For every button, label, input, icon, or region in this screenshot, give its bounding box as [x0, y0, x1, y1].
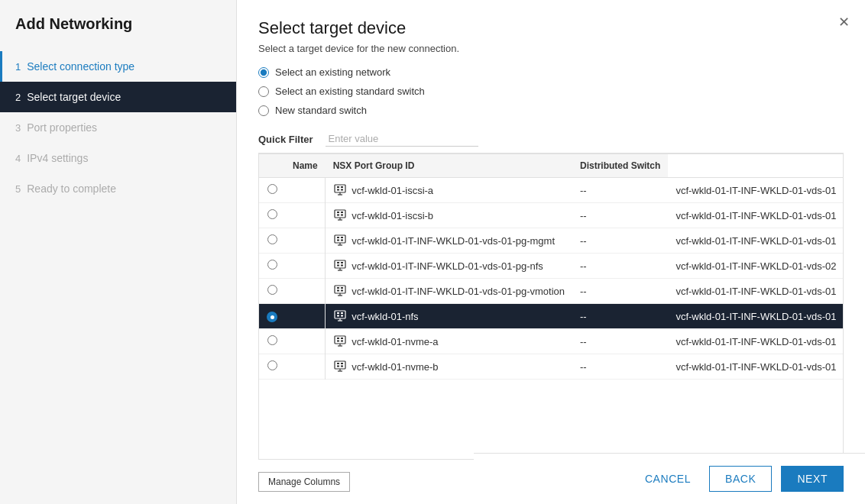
network-icon: [333, 360, 347, 373]
svg-rect-4: [341, 189, 343, 191]
sidebar-item-step3: 3 Port properties: [0, 112, 236, 143]
table-row[interactable]: vcf-wkld-01-iscsi-a--vcf-wkld-01-IT-INF-…: [259, 178, 844, 203]
svg-rect-46: [341, 341, 343, 342]
cell-distributed-switch: vcf-wkld-01-IT-INF-WKLD-01-vds-01: [668, 279, 844, 304]
page-subtitle: Select a target device for the new conne…: [258, 43, 844, 54]
radio-new-switch[interactable]: New standard switch: [258, 105, 844, 116]
row-radio-input[interactable]: [267, 234, 277, 244]
col-divider: [285, 304, 326, 329]
table-row[interactable]: vcf-wkld-01-nfs--vcf-wkld-01-IT-INF-WKLD…: [259, 304, 844, 329]
network-icon: [333, 234, 347, 247]
table-container[interactable]: Name NSX Port Group ID Distributed Switc…: [258, 153, 844, 460]
row-radio-input[interactable]: [267, 260, 277, 270]
filter-input[interactable]: [326, 131, 478, 147]
col-divider: [285, 178, 326, 203]
col-divider: [285, 228, 326, 254]
cell-distributed-switch: vcf-wkld-01-IT-INF-WKLD-01-vds-01: [668, 203, 844, 228]
svg-rect-28: [335, 286, 345, 293]
sidebar: Add Networking 1 Select connection type …: [0, 0, 237, 504]
step1-label: Select connection type: [27, 60, 134, 73]
radio-cell[interactable]: [259, 279, 285, 304]
radio-cell[interactable]: [259, 178, 285, 203]
radio-existing-switch[interactable]: Select an existing standard switch: [258, 86, 844, 97]
network-icon: [333, 183, 347, 197]
row-name: vcf-wkld-01-nfs: [352, 311, 418, 322]
row-radio-input[interactable]: [267, 360, 277, 370]
col-divider: [285, 254, 326, 279]
sidebar-title: Add Networking: [0, 15, 236, 51]
row-radio-input[interactable]: [267, 209, 277, 219]
svg-rect-45: [337, 341, 339, 342]
step1-num: 1: [15, 61, 21, 73]
radio-cell[interactable]: [259, 354, 285, 380]
sidebar-item-step1[interactable]: 1 Select connection type: [0, 51, 236, 82]
filter-label: Quick Filter: [258, 134, 313, 145]
svg-rect-37: [341, 312, 343, 314]
svg-rect-10: [337, 215, 339, 216]
radio-cell[interactable]: [259, 304, 285, 329]
devices-table: Name NSX Port Group ID Distributed Switc…: [259, 154, 844, 380]
cell-nsx-port-group-id: --: [572, 329, 668, 354]
row-radio-input[interactable]: [267, 335, 277, 345]
table-row[interactable]: vcf-wkld-01-IT-INF-WKLD-01-vds-01-pg-mgm…: [259, 228, 844, 254]
svg-rect-14: [335, 235, 345, 243]
svg-rect-30: [341, 287, 343, 289]
radio-new-switch-label: New standard switch: [275, 105, 367, 116]
radio-existing-network[interactable]: Select an existing network: [258, 66, 844, 78]
svg-rect-11: [341, 215, 343, 216]
radio-cell[interactable]: [259, 329, 285, 354]
radio-cell[interactable]: [259, 228, 285, 254]
next-button[interactable]: NEXT: [781, 466, 844, 492]
row-name: vcf-wkld-01-iscsi-a: [352, 185, 433, 196]
radio-group: Select an existing network Select an exi…: [258, 66, 844, 116]
svg-rect-36: [337, 312, 339, 314]
radio-new-switch-input[interactable]: [258, 105, 269, 116]
cell-nsx-port-group-id: --: [572, 228, 668, 254]
filter-row: Quick Filter: [258, 131, 844, 153]
row-name: vcf-wkld-01-nvme-b: [352, 361, 438, 373]
add-networking-modal: Add Networking 1 Select connection type …: [0, 0, 865, 504]
step3-label: Port properties: [27, 121, 97, 134]
table-row[interactable]: vcf-wkld-01-nvme-b--vcf-wkld-01-IT-INF-W…: [259, 354, 844, 380]
row-name: vcf-wkld-01-IT-INF-WKLD-01-vds-01-pg-nfs: [352, 260, 543, 272]
sidebar-item-step2[interactable]: 2 Select target device: [0, 82, 236, 112]
table-row[interactable]: vcf-wkld-01-IT-INF-WKLD-01-vds-01-pg-vmo…: [259, 279, 844, 304]
table-row[interactable]: vcf-wkld-01-IT-INF-WKLD-01-vds-01-pg-nfs…: [259, 254, 844, 279]
row-radio-input[interactable]: [267, 285, 277, 295]
radio-cell[interactable]: [259, 203, 285, 228]
back-button[interactable]: BACK: [709, 466, 772, 492]
row-radio-input[interactable]: [267, 184, 277, 194]
cell-nsx-port-group-id: --: [572, 203, 668, 228]
selected-radio-indicator: [267, 312, 277, 322]
step5-num: 5: [15, 183, 21, 195]
col-divider: [285, 203, 326, 228]
step3-num: 3: [15, 122, 21, 134]
page-title: Select target device: [258, 18, 844, 38]
main-content: ✕ Select target device Select a target d…: [237, 0, 865, 504]
svg-rect-23: [341, 262, 343, 263]
cell-name: vcf-wkld-01-nvme-a: [326, 329, 572, 354]
step2-label: Select target device: [27, 91, 121, 103]
radio-existing-switch-label: Select an existing standard switch: [275, 86, 425, 97]
radio-existing-switch-input[interactable]: [258, 86, 269, 97]
svg-rect-44: [341, 338, 343, 339]
table-row[interactable]: vcf-wkld-01-iscsi-b--vcf-wkld-01-IT-INF-…: [259, 203, 844, 228]
cell-nsx-port-group-id: --: [572, 354, 668, 380]
cell-distributed-switch: vcf-wkld-01-IT-INF-WKLD-01-vds-01: [668, 354, 844, 380]
radio-cell[interactable]: [259, 254, 285, 279]
cell-name: vcf-wkld-01-IT-INF-WKLD-01-vds-01-pg-vmo…: [326, 279, 572, 304]
svg-rect-29: [337, 287, 339, 289]
cell-name: vcf-wkld-01-nvme-b: [326, 354, 572, 380]
svg-rect-43: [337, 338, 339, 339]
manage-columns-button[interactable]: Manage Columns: [258, 472, 350, 492]
col-switch: Distributed Switch: [572, 154, 668, 178]
svg-rect-50: [337, 363, 339, 364]
close-button[interactable]: ✕: [835, 12, 853, 32]
svg-rect-24: [337, 265, 339, 267]
step2-num: 2: [15, 92, 21, 103]
table-row[interactable]: vcf-wkld-01-nvme-a--vcf-wkld-01-IT-INF-W…: [259, 329, 844, 354]
radio-existing-network-input[interactable]: [258, 67, 269, 78]
svg-rect-7: [335, 210, 345, 218]
network-icon: [333, 334, 347, 348]
cancel-button[interactable]: CANCEL: [636, 467, 700, 491]
